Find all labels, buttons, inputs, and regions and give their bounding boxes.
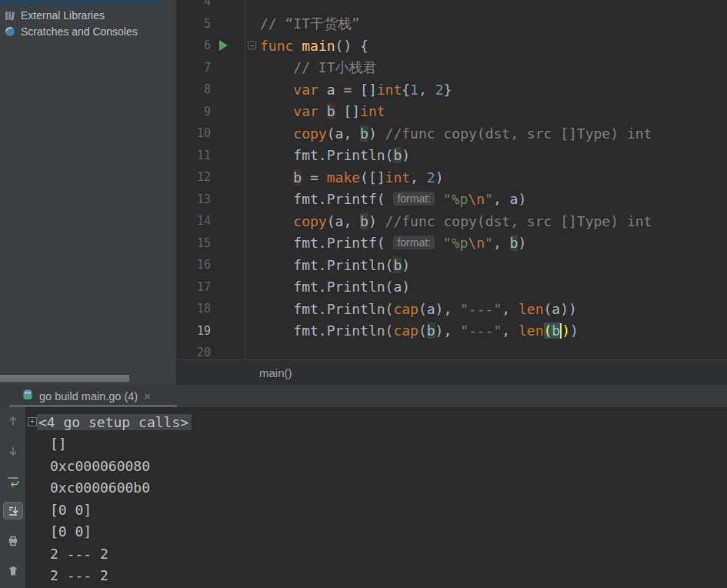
line-number: 18 <box>178 298 245 320</box>
project-panel: External Libraries Scratches and Console… <box>0 0 177 385</box>
close-icon[interactable]: × <box>144 389 151 403</box>
run-tab[interactable]: go build main.go (4) × <box>22 389 151 404</box>
code-line-12[interactable]: 12 b = make([]int, 2) <box>178 166 727 189</box>
code-line-15[interactable]: 15 fmt.Printf( format: "%p\n", b) <box>178 232 727 255</box>
code-line-14[interactable]: 14 copy(a, b) //func copy(dst, src []Typ… <box>178 210 727 232</box>
code-text: fmt.Printf( format: "%p\n", a) <box>245 191 526 207</box>
console-folded-line: +<4 go setup calls> <box>25 411 727 433</box>
line-number: 15 <box>178 232 245 255</box>
code-line-5[interactable]: 5// “IT干货栈” <box>178 13 727 35</box>
line-number: 20 <box>178 342 245 359</box>
fold-marker-icon[interactable]: − <box>248 42 256 50</box>
folded-text[interactable]: <4 go setup calls> <box>37 414 192 430</box>
run-main-icon[interactable] <box>219 40 228 51</box>
scroll-to-end-icon[interactable] <box>3 502 23 520</box>
code-editor[interactable]: 45// “IT干货栈”6−func main() {7 // IT小栈君8 v… <box>178 0 727 359</box>
code-line-8[interactable]: 8 var a = []int{1, 2} <box>178 79 727 101</box>
code-text: b = make([]int, 2) <box>245 169 443 185</box>
code-text: −func main() { <box>245 38 369 54</box>
code-text: // IT小栈君 <box>245 58 377 77</box>
down-stack-trace-icon[interactable] <box>3 442 23 459</box>
up-stack-trace-icon[interactable] <box>3 412 23 429</box>
code-line-7[interactable]: 7 // IT小栈君 <box>178 57 727 79</box>
code-line-6[interactable]: 6−func main() { <box>178 35 727 57</box>
tree-item-label: Scratches and Consoles <box>21 25 138 38</box>
code-text: var b []int <box>245 103 385 119</box>
line-number: 4 <box>178 0 245 13</box>
code-text: fmt.Println(a) <box>245 279 410 295</box>
tree-item-label: External Libraries <box>21 9 105 22</box>
code-line-4[interactable]: 4 <box>178 0 727 13</box>
line-number: 10 <box>178 122 245 145</box>
code-text: fmt.Println(b) <box>245 257 410 273</box>
code-text: copy(a, b) //func copy(dst, src []Type) … <box>245 213 652 229</box>
console-line: [] <box>25 433 727 456</box>
console-line: 0xc0000600b0 <box>25 477 727 499</box>
tree-item-scratches[interactable]: Scratches and Consoles <box>0 23 176 39</box>
library-icon <box>4 9 16 22</box>
code-text: // “IT干货栈” <box>245 15 360 33</box>
line-number: 8 <box>178 79 245 101</box>
tree-item-external-libraries[interactable]: External Libraries <box>0 7 176 23</box>
line-number: 19 <box>178 320 245 342</box>
code-line-13[interactable]: 13 fmt.Printf( format: "%p\n", a) <box>178 189 727 211</box>
code-text: fmt.Println(b) <box>245 147 410 163</box>
code-text: var a = []int{1, 2} <box>245 82 452 98</box>
run-tab-bar: go build main.go (4) × <box>0 385 727 407</box>
console-line: [0 0] <box>25 521 727 543</box>
ide-window: External Libraries Scratches and Console… <box>0 0 727 588</box>
line-number: 7 <box>178 57 245 79</box>
clear-all-icon[interactable] <box>3 562 23 580</box>
console-toolbar <box>0 407 25 588</box>
code-text: fmt.Println(cap(b), "---", len(b)) <box>245 322 579 339</box>
code-text: fmt.Printf( format: "%p\n", b) <box>245 235 526 251</box>
print-icon[interactable] <box>3 532 23 550</box>
line-number: 5 <box>178 13 245 35</box>
code-line-19[interactable]: 19 fmt.Println(cap(b), "---", len(b)) <box>178 320 727 342</box>
line-number: 13 <box>178 189 245 211</box>
code-line-11[interactable]: 11 fmt.Println(b) <box>178 145 727 167</box>
breadcrumb-item-main[interactable]: main() <box>259 366 292 379</box>
run-tab-label: go build main.go (4) <box>39 390 138 403</box>
line-number: 6 <box>178 35 245 57</box>
code-line-16[interactable]: 16 fmt.Println(b) <box>178 254 727 276</box>
console-line: 0xc000060080 <box>25 455 727 477</box>
scratches-icon <box>4 25 16 38</box>
console-line: 2 --- 2 <box>25 565 727 587</box>
code-line-10[interactable]: 10 copy(a, b) //func copy(dst, src []Typ… <box>178 122 727 145</box>
code-text: copy(a, b) //func copy(dst, src []Type) … <box>245 125 652 142</box>
line-number: 16 <box>178 254 245 276</box>
code-rows: 45// “IT干货栈”6−func main() {7 // IT小栈君8 v… <box>178 0 727 359</box>
selected-tree-row[interactable] <box>0 0 160 6</box>
line-number: 17 <box>178 276 245 299</box>
go-build-icon <box>22 389 34 404</box>
code-text: fmt.Println(cap(a), "---", len(a)) <box>245 301 577 317</box>
line-number: 9 <box>178 101 245 123</box>
code-line-17[interactable]: 17 fmt.Println(a) <box>178 276 727 299</box>
expand-fold-icon[interactable]: + <box>28 417 37 426</box>
run-tool-window: go build main.go (4) × <box>0 385 727 588</box>
line-number: 12 <box>178 166 245 189</box>
code-line-18[interactable]: 18 fmt.Println(cap(a), "---", len(a)) <box>178 298 727 320</box>
code-line-20[interactable]: 20 <box>178 342 727 359</box>
project-tree: External Libraries Scratches and Console… <box>0 7 176 39</box>
console-output[interactable]: +<4 go setup calls>[]0xc0000600800xc0000… <box>25 407 727 588</box>
console-line: 2 --- 2 <box>25 543 727 565</box>
console-line: [0 0] <box>25 499 727 521</box>
soft-wrap-icon[interactable] <box>3 472 23 489</box>
line-number: 14 <box>178 210 245 232</box>
breadcrumb: main() <box>178 359 727 385</box>
project-horizontal-scrollbar[interactable] <box>0 375 129 382</box>
code-line-9[interactable]: 9 var b []int <box>178 101 727 123</box>
line-number: 11 <box>178 145 245 167</box>
